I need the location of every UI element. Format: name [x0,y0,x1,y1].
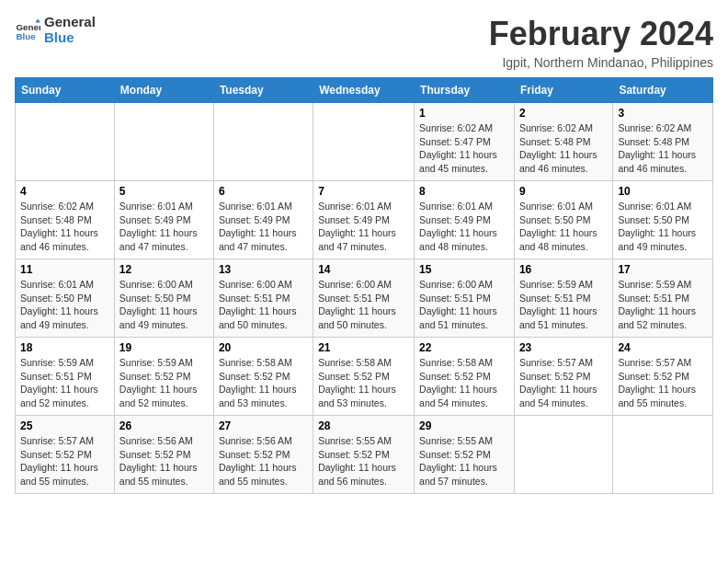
day-info: Sunrise: 5:57 AMSunset: 5:52 PMDaylight:… [519,356,608,410]
day-number: 29 [419,419,509,432]
day-number: 9 [519,185,608,198]
calendar-cell: 2Sunrise: 6:02 AMSunset: 5:48 PMDaylight… [514,103,612,181]
calendar-week-row: 18Sunrise: 5:59 AMSunset: 5:51 PMDayligh… [16,338,713,416]
calendar-cell: 4Sunrise: 6:02 AMSunset: 5:48 PMDaylight… [16,181,115,259]
day-info: Sunrise: 6:01 AMSunset: 5:49 PMDaylight:… [419,200,509,254]
day-info: Sunrise: 6:01 AMSunset: 5:49 PMDaylight:… [318,200,409,254]
day-info: Sunrise: 5:59 AMSunset: 5:51 PMDaylight:… [519,278,608,332]
day-info: Sunrise: 6:00 AMSunset: 5:51 PMDaylight:… [318,278,409,332]
calendar-cell: 3Sunrise: 6:02 AMSunset: 5:48 PMDaylight… [613,103,713,181]
day-number: 28 [318,419,409,432]
day-info: Sunrise: 6:00 AMSunset: 5:51 PMDaylight:… [219,278,308,332]
calendar-cell: 6Sunrise: 6:01 AMSunset: 5:49 PMDaylight… [213,181,313,259]
calendar-cell: 27Sunrise: 5:56 AMSunset: 5:52 PMDayligh… [213,416,313,494]
subtitle: Igpit, Northern Mindanao, Philippines [489,55,713,70]
day-info: Sunrise: 5:56 AMSunset: 5:52 PMDaylight:… [219,434,308,488]
calendar-week-row: 25Sunrise: 5:57 AMSunset: 5:52 PMDayligh… [16,416,713,494]
calendar-cell: 29Sunrise: 5:55 AMSunset: 5:52 PMDayligh… [415,416,515,494]
calendar-cell: 24Sunrise: 5:57 AMSunset: 5:52 PMDayligh… [613,338,713,416]
day-info: Sunrise: 6:00 AMSunset: 5:50 PMDaylight:… [119,278,209,332]
calendar-cell: 1Sunrise: 6:02 AMSunset: 5:47 PMDaylight… [415,103,515,181]
calendar-cell: 25Sunrise: 5:57 AMSunset: 5:52 PMDayligh… [16,416,115,494]
day-number: 20 [219,341,308,354]
calendar-cell: 11Sunrise: 6:01 AMSunset: 5:50 PMDayligh… [16,259,115,338]
day-info: Sunrise: 6:02 AMSunset: 5:48 PMDaylight:… [519,121,608,176]
day-number: 5 [119,185,209,198]
calendar-cell: 14Sunrise: 6:00 AMSunset: 5:51 PMDayligh… [313,259,415,338]
calendar-cell: 22Sunrise: 5:58 AMSunset: 5:52 PMDayligh… [415,338,515,416]
calendar-week-row: 11Sunrise: 6:01 AMSunset: 5:50 PMDayligh… [16,259,713,338]
day-of-week-header: Tuesday [213,78,313,103]
logo-line2: Blue [44,30,96,46]
header: General Blue General Blue February 2024 … [15,15,713,70]
calendar-cell: 26Sunrise: 5:56 AMSunset: 5:52 PMDayligh… [114,416,213,494]
day-number: 15 [419,263,509,276]
calendar-cell: 16Sunrise: 5:59 AMSunset: 5:51 PMDayligh… [514,259,612,338]
day-of-week-header: Saturday [613,78,713,103]
day-number: 1 [419,107,509,120]
day-number: 6 [219,185,308,198]
day-number: 19 [119,341,209,354]
calendar-cell: 23Sunrise: 5:57 AMSunset: 5:52 PMDayligh… [514,338,612,416]
day-number: 12 [119,263,209,276]
svg-marker-2 [35,18,40,22]
calendar-cell [213,103,313,181]
day-info: Sunrise: 5:58 AMSunset: 5:52 PMDaylight:… [318,356,409,410]
day-info: Sunrise: 5:58 AMSunset: 5:52 PMDaylight:… [419,356,509,410]
day-info: Sunrise: 6:02 AMSunset: 5:48 PMDaylight:… [618,121,708,176]
calendar-cell: 15Sunrise: 6:00 AMSunset: 5:51 PMDayligh… [415,259,515,338]
day-number: 18 [20,341,109,354]
day-number: 21 [318,341,409,354]
day-number: 4 [20,185,109,198]
calendar-cell: 12Sunrise: 6:00 AMSunset: 5:50 PMDayligh… [114,259,213,338]
calendar-cell [313,103,415,181]
day-info: Sunrise: 5:55 AMSunset: 5:52 PMDaylight:… [318,434,409,488]
svg-text:Blue: Blue [16,30,36,40]
day-info: Sunrise: 5:57 AMSunset: 5:52 PMDaylight:… [618,356,708,410]
logo-icon: General Blue [15,17,40,43]
day-of-week-header: Thursday [415,78,515,103]
day-number: 23 [519,341,608,354]
calendar-header-row: SundayMondayTuesdayWednesdayThursdayFrid… [16,78,713,103]
day-info: Sunrise: 6:02 AMSunset: 5:47 PMDaylight:… [419,121,509,176]
calendar-cell: 9Sunrise: 6:01 AMSunset: 5:50 PMDaylight… [514,181,612,259]
main-title: February 2024 [489,15,713,53]
day-number: 13 [219,263,308,276]
day-number: 24 [618,341,708,354]
day-info: Sunrise: 6:01 AMSunset: 5:50 PMDaylight:… [519,200,608,254]
calendar-body: 1Sunrise: 6:02 AMSunset: 5:47 PMDaylight… [16,103,713,494]
day-info: Sunrise: 6:01 AMSunset: 5:49 PMDaylight:… [119,200,209,254]
day-number: 27 [219,419,308,432]
day-number: 25 [20,419,109,432]
day-of-week-header: Monday [114,78,213,103]
calendar-cell: 21Sunrise: 5:58 AMSunset: 5:52 PMDayligh… [313,338,415,416]
calendar-cell [613,416,713,494]
logo-line1: General [44,15,96,30]
calendar-cell: 20Sunrise: 5:58 AMSunset: 5:52 PMDayligh… [213,338,313,416]
day-info: Sunrise: 5:59 AMSunset: 5:51 PMDaylight:… [20,356,109,410]
day-number: 11 [20,263,109,276]
calendar-cell: 19Sunrise: 5:59 AMSunset: 5:52 PMDayligh… [114,338,213,416]
calendar-cell [514,416,612,494]
day-info: Sunrise: 6:01 AMSunset: 5:50 PMDaylight:… [20,278,109,332]
day-info: Sunrise: 6:01 AMSunset: 5:50 PMDaylight:… [618,200,708,254]
calendar-cell [114,103,213,181]
day-number: 7 [318,185,409,198]
day-of-week-header: Wednesday [313,78,415,103]
day-info: Sunrise: 5:56 AMSunset: 5:52 PMDaylight:… [119,434,209,488]
day-info: Sunrise: 6:00 AMSunset: 5:51 PMDaylight:… [419,278,509,332]
day-info: Sunrise: 5:55 AMSunset: 5:52 PMDaylight:… [419,434,509,488]
day-info: Sunrise: 6:01 AMSunset: 5:49 PMDaylight:… [219,200,308,254]
day-of-week-header: Sunday [16,78,115,103]
day-number: 26 [119,419,209,432]
calendar-week-row: 1Sunrise: 6:02 AMSunset: 5:47 PMDaylight… [16,103,713,181]
calendar-week-row: 4Sunrise: 6:02 AMSunset: 5:48 PMDaylight… [16,181,713,259]
calendar-cell [16,103,115,181]
day-number: 2 [519,107,608,120]
logo: General Blue General Blue [15,15,96,45]
day-info: Sunrise: 5:57 AMSunset: 5:52 PMDaylight:… [20,434,109,488]
calendar-cell: 18Sunrise: 5:59 AMSunset: 5:51 PMDayligh… [16,338,115,416]
calendar-cell: 7Sunrise: 6:01 AMSunset: 5:49 PMDaylight… [313,181,415,259]
day-info: Sunrise: 5:59 AMSunset: 5:51 PMDaylight:… [618,278,708,332]
calendar-table: SundayMondayTuesdayWednesdayThursdayFrid… [15,77,713,494]
